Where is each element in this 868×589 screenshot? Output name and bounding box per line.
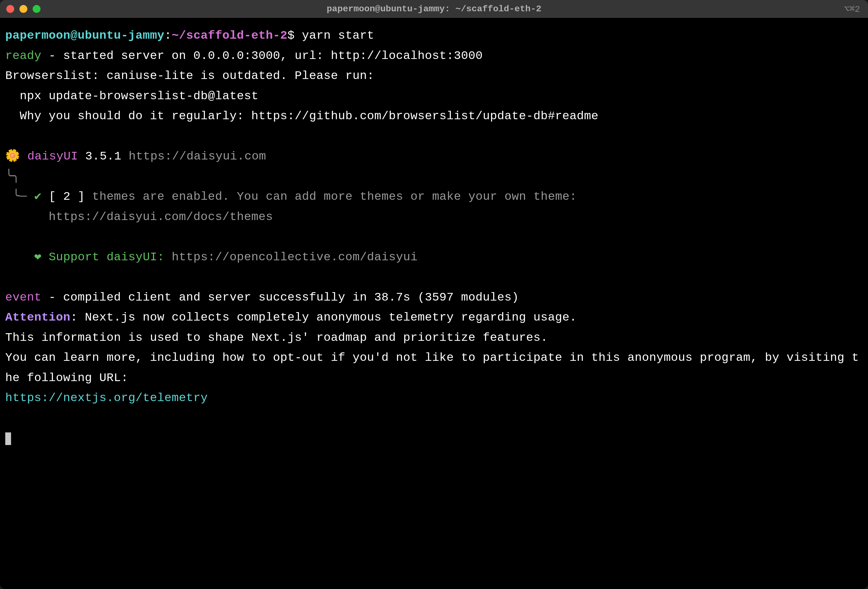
event-text: - compiled client and server successfull… xyxy=(41,291,519,304)
heart-icon: ❤︎ xyxy=(34,250,49,264)
prompt-sep1: : xyxy=(164,29,172,42)
ready-label: ready xyxy=(5,49,41,63)
prompt-sep2: $ xyxy=(288,29,302,42)
daisy-name: daisyUI xyxy=(20,150,78,163)
prompt-user-host: papermoon@ubuntu-jammy xyxy=(5,29,164,42)
telemetry-url: https://nextjs.org/telemetry xyxy=(5,391,208,405)
support-label: Support daisyUI: xyxy=(49,250,172,264)
attention-text: : Next.js now collects completely anonym… xyxy=(71,311,577,324)
close-button[interactable] xyxy=(6,5,14,13)
browserslist-line3: Why you should do it regularly: https://… xyxy=(5,110,598,123)
traffic-lights xyxy=(6,5,40,13)
terminal-body[interactable]: papermoon@ubuntu-jammy:~/scaffold-eth-2$… xyxy=(0,18,868,589)
titlebar: papermoon@ubuntu-jammy: ~/scaffold-eth-2… xyxy=(0,0,868,18)
tree-line2: ╰─ xyxy=(5,190,34,203)
themes-text: themes are enabled. You can add more the… xyxy=(85,190,577,203)
support-indent xyxy=(5,250,34,264)
window-shortcut: ⌥⌘2 xyxy=(844,3,860,15)
daisy-emoji: 🌼 xyxy=(5,150,20,163)
support-url: https://opencollective.com/daisyui xyxy=(172,250,418,264)
prompt-path: ~/scaffold-eth-2 xyxy=(172,29,288,42)
telemetry-line2: This information is used to shape Next.j… xyxy=(5,331,548,345)
ready-text: - started server on 0.0.0.0:3000, url: h… xyxy=(41,49,483,63)
telemetry-line3: You can learn more, including how to opt… xyxy=(5,351,859,385)
window-title: papermoon@ubuntu-jammy: ~/scaffold-eth-2 xyxy=(327,4,541,14)
daisy-version: 3.5.1 xyxy=(78,150,129,163)
cursor xyxy=(5,432,11,445)
themes-url: https://daisyui.com/docs/themes xyxy=(5,210,273,224)
tree-line1: ╰╮ xyxy=(5,170,20,184)
check-icon: ✔ xyxy=(34,190,49,203)
daisy-url: https://daisyui.com xyxy=(128,150,266,163)
event-label: event xyxy=(5,291,41,304)
browserslist-line1: Browserslist: caniuse-lite is outdated. … xyxy=(5,69,374,83)
minimize-button[interactable] xyxy=(19,5,27,13)
browserslist-line2: npx update-browserslist-db@latest xyxy=(5,89,258,103)
prompt-command: yarn start xyxy=(302,29,374,42)
attention-label: Attention xyxy=(5,311,71,324)
terminal-window: papermoon@ubuntu-jammy: ~/scaffold-eth-2… xyxy=(0,0,868,589)
maximize-button[interactable] xyxy=(32,5,40,13)
themes-count: [ 2 ] xyxy=(49,190,85,203)
